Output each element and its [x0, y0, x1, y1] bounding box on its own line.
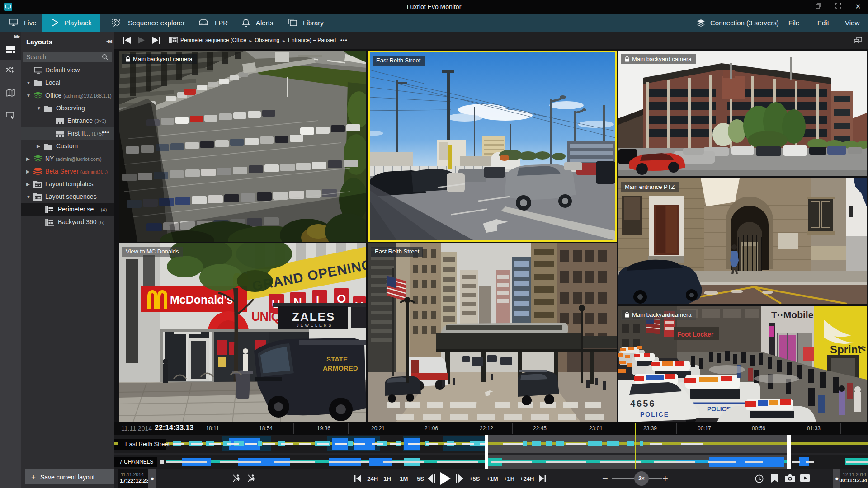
svg-text:T··Mobile·: T··Mobile·	[771, 310, 816, 320]
svg-text:ZALES: ZALES	[292, 310, 335, 324]
svg-text:Foot Locker: Foot Locker	[677, 331, 714, 338]
svg-text:JEWELERS: JEWELERS	[297, 323, 333, 328]
svg-text:Sprint: Sprint	[830, 343, 861, 356]
svg-text:POLICE: POLICE	[640, 411, 669, 418]
svg-text:STATE: STATE	[326, 355, 348, 363]
svg-text:ARMORED: ARMORED	[323, 364, 358, 372]
svg-text:4656: 4656	[630, 399, 656, 408]
